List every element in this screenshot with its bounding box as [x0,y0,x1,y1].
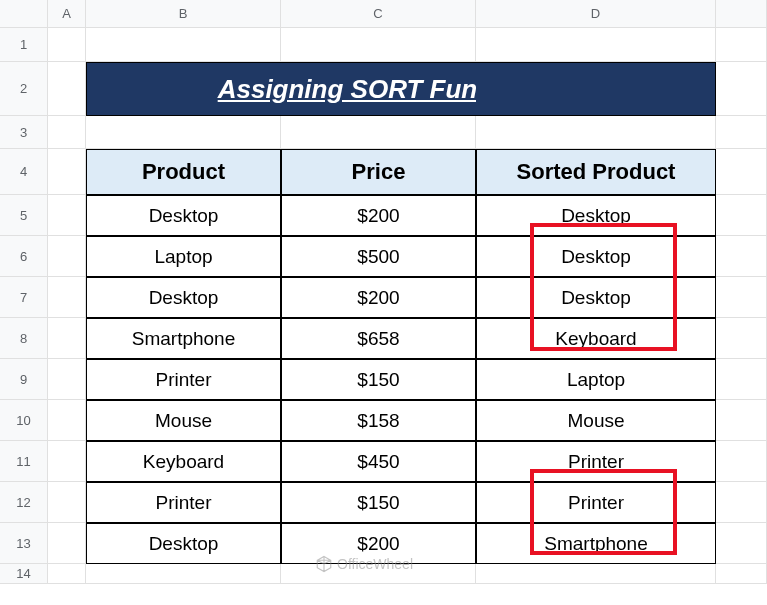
cell-c3[interactable] [281,116,476,149]
cell-product[interactable]: Desktop [86,195,281,236]
row-header-2[interactable]: 2 [0,62,48,116]
cell-price[interactable]: $200 [281,277,476,318]
row-header-6[interactable]: 6 [0,236,48,277]
cell-b14[interactable] [86,564,281,584]
row-header-8[interactable]: 8 [0,318,48,359]
cell-product[interactable]: Printer [86,359,281,400]
column-header-b[interactable]: B [86,0,281,28]
column-headers: A B C D [0,0,767,28]
cell-c1[interactable] [281,28,476,62]
row-header-3[interactable]: 3 [0,116,48,149]
cell-sorted[interactable]: Printer [476,441,716,482]
cell-product[interactable]: Printer [86,482,281,523]
header-price[interactable]: Price [281,149,476,195]
cell-price[interactable]: $150 [281,482,476,523]
select-all-corner[interactable] [0,0,48,28]
cell-price[interactable]: $200 [281,523,476,564]
cell-d1[interactable] [476,28,716,62]
cell-product[interactable]: Desktop [86,523,281,564]
cell-d3[interactable] [476,116,716,149]
cell-a14[interactable] [48,564,86,584]
column-header-d[interactable]: D [476,0,716,28]
cell-a10[interactable] [48,400,86,441]
cell-product[interactable]: Desktop [86,277,281,318]
spreadsheet-grid: A B C D 1 2 Assigning SORT Function 3 [0,0,767,584]
row-header-11[interactable]: 11 [0,441,48,482]
cell-sorted[interactable]: Desktop [476,277,716,318]
cell-price[interactable]: $500 [281,236,476,277]
row-header-4[interactable]: 4 [0,149,48,195]
row-header-12[interactable]: 12 [0,482,48,523]
cell-a2[interactable] [48,62,86,116]
row-header-13[interactable]: 13 [0,523,48,564]
cell-a5[interactable] [48,195,86,236]
title-cell[interactable]: Assigning SORT Function [281,62,476,116]
cell-d14[interactable] [476,564,716,584]
cell-c14[interactable] [281,564,476,584]
row-header-7[interactable]: 7 [0,277,48,318]
cell-sorted[interactable]: Desktop [476,236,716,277]
cell-sorted[interactable]: Laptop [476,359,716,400]
cell-price[interactable]: $658 [281,318,476,359]
cell-a13[interactable] [48,523,86,564]
cell-product[interactable]: Laptop [86,236,281,277]
row-header-14[interactable]: 14 [0,564,48,584]
cell-product[interactable]: Smartphone [86,318,281,359]
cell-b3[interactable] [86,116,281,149]
cell-sorted[interactable]: Keyboard [476,318,716,359]
header-product[interactable]: Product [86,149,281,195]
cell-a4[interactable] [48,149,86,195]
cell-a1[interactable] [48,28,86,62]
cell-price[interactable]: $450 [281,441,476,482]
cell-price[interactable]: $158 [281,400,476,441]
row-header-5[interactable]: 5 [0,195,48,236]
cell-price[interactable]: $200 [281,195,476,236]
column-header-c[interactable]: C [281,0,476,28]
cell-product[interactable]: Mouse [86,400,281,441]
cell-a8[interactable] [48,318,86,359]
cell-a11[interactable] [48,441,86,482]
cell-price[interactable]: $150 [281,359,476,400]
header-sorted[interactable]: Sorted Product [476,149,716,195]
cell-product[interactable]: Keyboard [86,441,281,482]
column-header-a[interactable]: A [48,0,86,28]
cell-b1[interactable] [86,28,281,62]
cell-a9[interactable] [48,359,86,400]
column-header-rest [716,0,767,28]
cell-a3[interactable] [48,116,86,149]
cell-a12[interactable] [48,482,86,523]
cell-sorted[interactable]: Smartphone [476,523,716,564]
cell-a7[interactable] [48,277,86,318]
cell-sorted[interactable]: Mouse [476,400,716,441]
cell-a6[interactable] [48,236,86,277]
row-header-1[interactable]: 1 [0,28,48,62]
title-cell[interactable] [476,62,716,116]
cell-sorted[interactable]: Printer [476,482,716,523]
row-header-9[interactable]: 9 [0,359,48,400]
cell-sorted[interactable]: Desktop [476,195,716,236]
row-header-10[interactable]: 10 [0,400,48,441]
